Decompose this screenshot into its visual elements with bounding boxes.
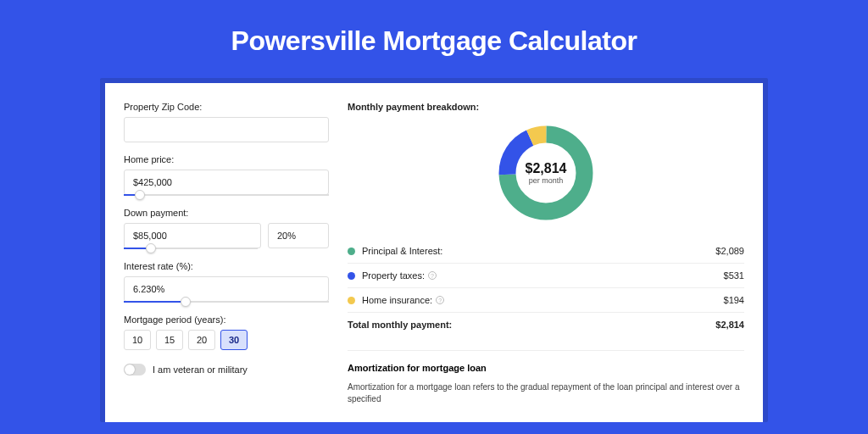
slider-handle-icon[interactable] bbox=[181, 297, 191, 307]
donut-chart-wrap: $2,814 per month bbox=[348, 122, 744, 224]
zip-field: Property Zip Code: bbox=[124, 102, 329, 142]
breakdown-column: Monthly payment breakdown: $2,814 per mo… bbox=[348, 102, 744, 422]
breakdown-item: Principal & Interest:$2,089 bbox=[348, 239, 744, 263]
veteran-row: I am veteran or military bbox=[124, 364, 329, 376]
home-price-input[interactable] bbox=[124, 170, 329, 195]
donut-sub: per month bbox=[529, 176, 564, 185]
toggle-knob-icon bbox=[125, 364, 135, 375]
period-label: Mortgage period (years): bbox=[124, 314, 329, 325]
slider-handle-icon[interactable] bbox=[146, 243, 156, 253]
home-price-label: Home price: bbox=[124, 154, 329, 164]
breakdown-item-value: $194 bbox=[724, 295, 744, 305]
breakdown-item-label: Principal & Interest: bbox=[362, 246, 715, 256]
interest-input[interactable] bbox=[124, 276, 329, 302]
down-payment-input[interactable] bbox=[124, 223, 261, 248]
breakdown-item: Home insurance:?$194 bbox=[348, 287, 744, 312]
slider-handle-icon[interactable] bbox=[135, 190, 145, 200]
period-button-20[interactable]: 20 bbox=[188, 330, 215, 350]
amortization-title: Amortization for mortgage loan bbox=[348, 363, 744, 373]
home-price-field: Home price: bbox=[124, 154, 329, 196]
donut-center: $2,814 per month bbox=[495, 122, 597, 224]
breakdown-item-value: $531 bbox=[724, 270, 744, 281]
page-title: Powersville Mortgage Calculator bbox=[0, 0, 868, 78]
interest-slider[interactable] bbox=[124, 301, 329, 303]
breakdown-title: Monthly payment breakdown: bbox=[348, 102, 744, 112]
breakdown-item-label: Property taxes:? bbox=[362, 270, 724, 281]
form-column: Property Zip Code: Home price: Down paym… bbox=[124, 102, 329, 422]
breakdown-item-value: $2,089 bbox=[715, 246, 744, 256]
donut-amount: $2,814 bbox=[526, 161, 567, 176]
total-value: $2,814 bbox=[715, 320, 744, 330]
zip-label: Property Zip Code: bbox=[124, 102, 329, 112]
period-button-30[interactable]: 30 bbox=[220, 330, 248, 350]
legend-dot-icon bbox=[348, 272, 355, 280]
amortization-text: Amortization for a mortgage loan refers … bbox=[348, 381, 744, 405]
down-payment-pct-input[interactable] bbox=[268, 223, 329, 248]
down-payment-label: Down payment: bbox=[124, 208, 329, 218]
info-icon[interactable]: ? bbox=[428, 271, 437, 280]
total-row: Total monthly payment: $2,814 bbox=[348, 312, 744, 337]
home-price-slider[interactable] bbox=[124, 194, 329, 196]
donut-chart: $2,814 per month bbox=[495, 122, 597, 224]
amortization-block: Amortization for mortgage loan Amortizat… bbox=[348, 350, 744, 405]
down-payment-field: Down payment: bbox=[124, 208, 329, 249]
period-field: Mortgage period (years): 10152030 bbox=[124, 314, 329, 350]
legend-dot-icon bbox=[348, 297, 355, 304]
breakdown-item: Property taxes:?$531 bbox=[348, 263, 744, 287]
period-button-10[interactable]: 10 bbox=[124, 330, 151, 350]
zip-input[interactable] bbox=[124, 117, 329, 142]
down-payment-slider[interactable] bbox=[124, 248, 258, 249]
calculator-card: Property Zip Code: Home price: Down paym… bbox=[105, 83, 763, 422]
card-outer: Property Zip Code: Home price: Down paym… bbox=[100, 78, 768, 422]
veteran-toggle[interactable] bbox=[124, 364, 146, 376]
period-button-15[interactable]: 15 bbox=[156, 330, 183, 350]
info-icon[interactable]: ? bbox=[436, 296, 444, 304]
total-label: Total monthly payment: bbox=[348, 320, 715, 330]
interest-field: Interest rate (%): bbox=[124, 261, 329, 303]
breakdown-item-label: Home insurance:? bbox=[362, 295, 724, 305]
interest-label: Interest rate (%): bbox=[124, 261, 329, 271]
legend-dot-icon bbox=[348, 248, 355, 255]
veteran-label: I am veteran or military bbox=[153, 364, 248, 375]
